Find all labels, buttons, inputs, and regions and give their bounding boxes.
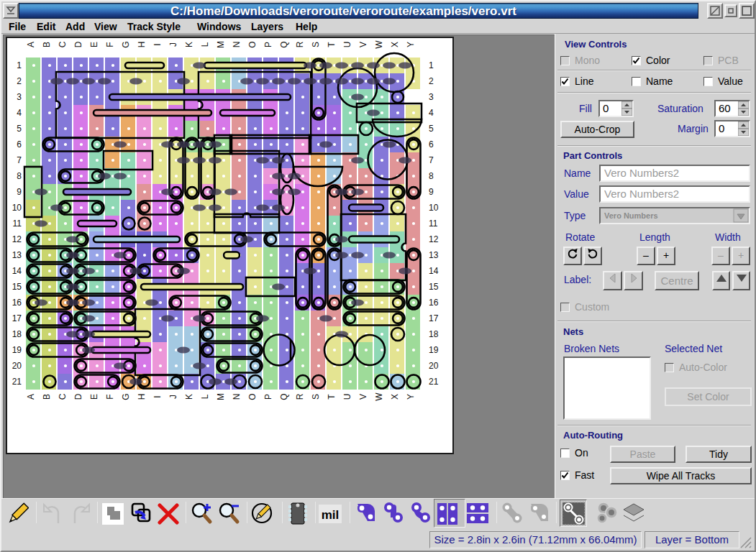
svg-text:10: 10 [12,203,22,213]
svg-text:I: I [152,43,163,45]
svg-text:H: H [137,42,147,48]
svg-text:7: 7 [429,155,434,165]
svg-text:1: 1 [17,60,22,70]
svg-text:B: B [42,394,52,400]
svg-text:X: X [390,394,400,400]
svg-text:13: 13 [12,250,22,260]
svg-text:O: O [247,393,258,400]
svg-text:W: W [374,40,384,49]
svg-text:16: 16 [429,298,439,308]
svg-text:12: 12 [429,234,439,244]
svg-text:M: M [216,393,226,400]
svg-text:Y: Y [406,42,416,47]
svg-text:F: F [105,394,115,399]
svg-text:C: C [58,393,68,400]
svg-text:U: U [342,42,352,48]
svg-text:V: V [358,394,368,400]
svg-text:A: A [26,42,36,47]
svg-text:10: 10 [429,203,439,213]
svg-text:20: 20 [429,361,439,371]
svg-text:18: 18 [12,329,22,339]
svg-text:D: D [73,41,83,47]
svg-text:19: 19 [429,345,439,355]
svg-text:8: 8 [17,171,22,181]
svg-text:F: F [105,42,115,47]
svg-text:S: S [311,394,321,400]
svg-text:E: E [89,394,99,400]
svg-text:Y: Y [406,394,416,400]
svg-text:12: 12 [12,234,22,244]
svg-text:C: C [58,41,68,47]
svg-text:4: 4 [17,108,22,118]
svg-text:J: J [168,395,178,399]
svg-text:mil: mil [322,508,340,522]
svg-text:J: J [168,42,178,47]
svg-text:15: 15 [429,282,439,292]
svg-text:8: 8 [429,171,434,181]
svg-text:U: U [342,394,352,400]
svg-text:13: 13 [429,250,439,260]
svg-text:2: 2 [429,76,434,86]
svg-text:S: S [311,42,321,47]
svg-text:G: G [121,393,131,400]
svg-text:5: 5 [17,124,22,134]
svg-text:R: R [295,393,305,400]
svg-text:A: A [26,394,36,400]
svg-text:7: 7 [17,155,22,165]
svg-text:H: H [137,394,147,400]
svg-text:14: 14 [12,266,22,276]
svg-text:R: R [295,41,305,47]
svg-text:5: 5 [429,124,434,134]
svg-text:W: W [374,392,384,401]
svg-text:3: 3 [17,92,22,102]
svg-text:14: 14 [429,266,439,276]
svg-text:9: 9 [17,187,22,197]
svg-text:6: 6 [17,139,22,150]
svg-text:X: X [390,42,400,47]
svg-text:T: T [327,394,337,400]
svg-text:4: 4 [429,108,434,118]
svg-text:I: I [152,395,163,397]
svg-text:E: E [89,42,99,47]
svg-text:11: 11 [429,218,438,229]
svg-text:K: K [184,394,194,400]
svg-text:2: 2 [17,76,22,86]
svg-text:N: N [232,394,242,400]
svg-text:16: 16 [12,298,22,308]
svg-text:M: M [216,41,226,48]
svg-text:19: 19 [12,345,22,355]
svg-text:21: 21 [12,377,22,387]
svg-text:T: T [327,42,337,47]
svg-text:20: 20 [12,361,22,371]
svg-text:Q: Q [279,41,289,47]
svg-text:3: 3 [429,92,434,102]
svg-text:18: 18 [429,329,439,339]
svg-text:11: 11 [13,218,22,229]
svg-text:G: G [121,41,131,47]
svg-text:O: O [247,41,258,47]
svg-text:6: 6 [429,139,434,150]
svg-text:17: 17 [12,313,22,323]
svg-text:9: 9 [429,187,434,197]
svg-text:V: V [358,42,368,47]
svg-text:17: 17 [429,313,439,323]
svg-text:L: L [200,42,210,47]
svg-text:B: B [42,42,52,47]
svg-text:L: L [200,394,210,399]
svg-text:Q: Q [279,393,289,400]
svg-text:K: K [184,42,194,47]
svg-text:1: 1 [429,60,434,70]
svg-text:N: N [232,42,242,48]
svg-text:P: P [263,42,273,47]
svg-text:D: D [73,393,83,400]
svg-text:15: 15 [12,282,22,292]
svg-text:21: 21 [429,377,439,387]
svg-text:P: P [263,394,273,400]
